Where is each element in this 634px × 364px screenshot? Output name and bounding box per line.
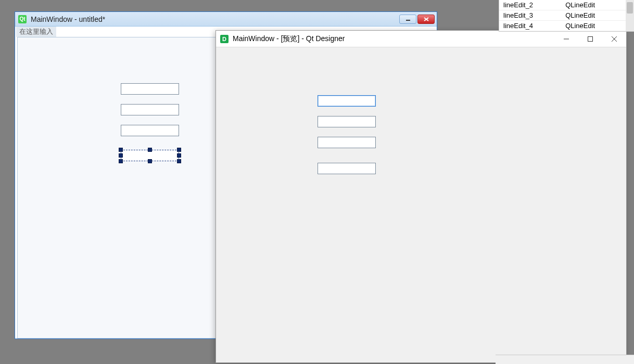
- svg-rect-4: [588, 36, 593, 41]
- resize-handle-w[interactable]: [119, 153, 123, 158]
- qt-logo-icon: Qt: [18, 15, 27, 23]
- preview-lineedit-1[interactable]: [318, 95, 376, 107]
- table-row[interactable]: lineEdit_4 QLineEdit: [499, 21, 634, 31]
- object-name: lineEdit_2: [499, 0, 561, 10]
- resize-handle-ne[interactable]: [177, 148, 181, 152]
- preview-minimize-button[interactable]: [554, 31, 578, 47]
- designer-app-icon: D: [220, 35, 229, 43]
- resize-handle-s[interactable]: [148, 159, 152, 163]
- preview-lineedit-2[interactable]: [318, 116, 376, 127]
- lineedit-4-selected[interactable]: [121, 150, 179, 161]
- maximize-icon: [587, 36, 593, 42]
- resize-handle-sw[interactable]: [119, 159, 123, 163]
- resize-handle-se[interactable]: [177, 159, 181, 163]
- object-name: lineEdit_3: [499, 10, 561, 21]
- designer-window-title: MainWindow - untitled*: [31, 15, 105, 23]
- minimize-button[interactable]: [399, 15, 416, 24]
- table-row[interactable]: lineEdit_2 QLineEdit: [499, 0, 634, 10]
- designer-titlebar[interactable]: Qt MainWindow - untitled*: [15, 12, 437, 27]
- preview-window: D MainWindow - [预览] - Qt Designer: [215, 30, 627, 363]
- object-class: QLineEdit: [561, 10, 634, 21]
- object-class: QLineEdit: [561, 0, 634, 10]
- close-icon: [423, 17, 429, 22]
- object-name: lineEdit_4: [499, 21, 561, 31]
- menu-placeholder-text[interactable]: 在这里输入: [16, 27, 56, 37]
- resize-handle-n[interactable]: [148, 148, 152, 152]
- preview-body: [216, 47, 626, 362]
- lineedit-2[interactable]: [121, 104, 179, 115]
- lineedit-3[interactable]: [121, 125, 179, 136]
- preview-close-button[interactable]: [602, 31, 626, 47]
- lineedit-1[interactable]: [121, 83, 179, 95]
- minimize-icon: [405, 17, 411, 21]
- preview-lineedit-4[interactable]: [318, 163, 376, 174]
- inspector-scrollbar[interactable]: [626, 0, 634, 31]
- preview-titlebar[interactable]: D MainWindow - [预览] - Qt Designer: [216, 31, 626, 47]
- minimize-icon: [563, 36, 569, 42]
- preview-maximize-button[interactable]: [578, 31, 602, 47]
- resize-handle-nw[interactable]: [119, 148, 123, 152]
- bottom-panel-strip: [496, 355, 634, 364]
- object-class: QLineEdit: [561, 21, 634, 31]
- preview-lineedit-3[interactable]: [318, 137, 376, 148]
- close-icon: [611, 36, 617, 42]
- preview-window-title: MainWindow - [预览] - Qt Designer: [233, 34, 345, 44]
- scrollbar-thumb[interactable]: [627, 2, 633, 14]
- resize-handle-e[interactable]: [177, 153, 181, 158]
- close-button[interactable]: [417, 15, 435, 24]
- table-row[interactable]: lineEdit_3 QLineEdit: [499, 10, 634, 21]
- object-inspector[interactable]: lineEdit_2 QLineEdit lineEdit_3 QLineEdi…: [499, 0, 634, 32]
